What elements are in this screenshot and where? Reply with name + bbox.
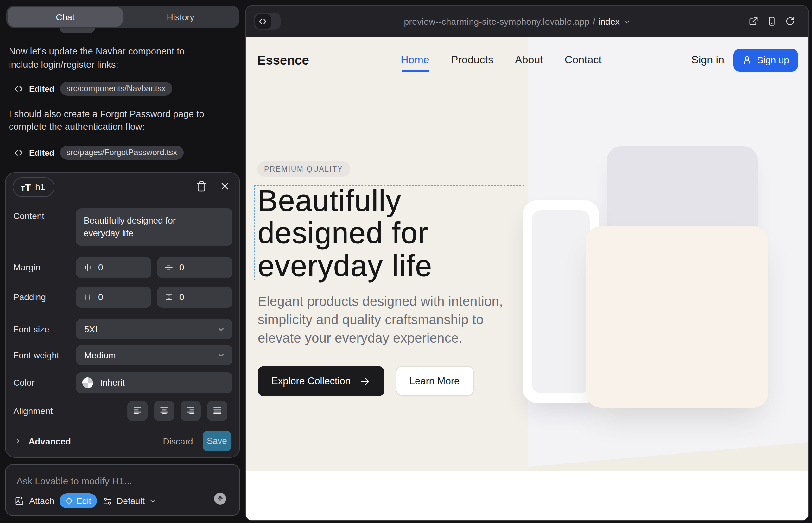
preview-toolbar: preview--charming-site-symphony.lovable.…	[246, 6, 808, 37]
content-label: Content	[13, 211, 44, 221]
file-pill[interactable]: src/components/Navbar.tsx	[60, 82, 172, 96]
font-size-label: Font size	[13, 324, 49, 334]
margin-x-input[interactable]: 0	[76, 257, 152, 278]
heading-line: everyday life	[258, 249, 432, 282]
panel-tabs: Chat History	[6, 6, 240, 28]
preview-pane: preview--charming-site-symphony.lovable.…	[245, 5, 809, 521]
padding-label: Padding	[13, 292, 46, 302]
font-weight-select[interactable]: Medium	[76, 345, 232, 365]
color-input[interactable]: Inherit	[76, 372, 232, 393]
nav-links: Home Products About Contact	[401, 54, 602, 67]
padding-y-icon	[165, 293, 173, 301]
preview-actions	[749, 6, 795, 37]
site-navbar: Essence Home Products About Contact Sign…	[246, 37, 808, 75]
code-icon	[14, 84, 23, 93]
close-editor-button[interactable]	[219, 180, 231, 192]
margin-y-icon	[165, 263, 173, 271]
advanced-toggle[interactable]: Advanced	[14, 436, 71, 446]
padding-x-value: 0	[98, 292, 103, 302]
learn-more-button[interactable]: Learn More	[395, 366, 474, 396]
advanced-label: Advanced	[29, 436, 71, 446]
font-size-value: 5XL	[84, 324, 100, 334]
url-separator: /	[593, 16, 595, 26]
chat-composer: Ask Lovable to modify H1... Attach Edit …	[5, 464, 240, 516]
save-button[interactable]: Save	[203, 430, 231, 451]
delete-element-button[interactable]	[196, 180, 207, 192]
sliders-icon	[103, 496, 112, 506]
composer-toolbar: Attach Edit Default	[15, 493, 233, 509]
type-icon-large-t: T	[25, 181, 31, 192]
paragraph-line: simplicity and quality craftsmanship to	[258, 312, 483, 327]
selected-element-chip[interactable]: TT h1	[13, 177, 54, 197]
paragraph-line: Elegant products designed with intention…	[258, 294, 503, 308]
discard-button[interactable]: Discard	[163, 436, 193, 446]
hero-heading[interactable]: Beautifullydesigned foreveryday life	[258, 184, 432, 282]
nav-link-contact[interactable]: Contact	[565, 54, 602, 67]
font-weight-label: Font weight	[13, 350, 59, 360]
chevron-down-icon	[623, 18, 631, 26]
edit-mode-pill[interactable]: Edit	[59, 493, 97, 508]
color-label: Color	[13, 377, 35, 387]
preview-url[interactable]: preview--charming-site-symphony.lovable.…	[245, 6, 799, 37]
align-right-button[interactable]	[180, 400, 201, 421]
nav-link-home[interactable]: Home	[401, 54, 429, 67]
align-justify-button[interactable]	[207, 400, 227, 421]
open-external-icon[interactable]	[749, 16, 758, 26]
padding-x-icon	[84, 293, 92, 301]
mode-label: Default	[117, 496, 145, 506]
hero-ctas: Explore Collection Learn More	[258, 366, 474, 396]
url-page: index	[599, 16, 620, 26]
font-weight-value: Medium	[84, 350, 116, 360]
padding-y-input[interactable]: 0	[157, 287, 232, 307]
code-icon	[14, 148, 23, 158]
edited-file-row[interactable]: Edited src/components/Navbar.tsx	[14, 79, 231, 98]
signup-label: Sign up	[757, 54, 789, 65]
font-size-select[interactable]: 5XL	[76, 319, 232, 339]
site-preview: Essence Home Products About Contact Sign…	[246, 37, 808, 521]
message-line: complete the authentication flow:	[9, 122, 145, 132]
color-value: Inherit	[100, 377, 125, 387]
assistant-message: Now let's update the Navbar component to…	[9, 45, 231, 71]
align-center-button[interactable]	[154, 400, 174, 421]
send-button[interactable]	[214, 493, 226, 505]
edited-label: Edited	[29, 148, 54, 158]
content-textarea[interactable]: Beautifully designed for everyday life	[76, 208, 232, 246]
arrow-right-icon	[360, 376, 371, 387]
margin-x-value: 0	[98, 262, 103, 272]
explore-collection-button[interactable]: Explore Collection	[258, 366, 385, 396]
margin-y-input[interactable]: 0	[157, 257, 232, 278]
mode-select[interactable]: Default	[103, 496, 157, 506]
signin-link[interactable]: Sign in	[691, 54, 724, 67]
paragraph-line: elevate your everyday experience.	[258, 330, 462, 345]
message-line: include login/register links:	[9, 59, 119, 69]
attach-button[interactable]: Attach	[15, 496, 54, 506]
chat-panel: Chat History Now let's update the Navbar…	[0, 0, 245, 523]
tab-chat[interactable]: Chat	[7, 7, 123, 26]
site-logo[interactable]: Essence	[257, 53, 309, 68]
composer-input[interactable]: Ask Lovable to modify H1...	[16, 475, 132, 486]
locate-icon	[64, 497, 73, 505]
signup-button[interactable]: Sign up	[734, 49, 798, 71]
nav-link-products[interactable]: Products	[451, 54, 493, 67]
chevron-right-icon	[14, 437, 22, 445]
tab-history[interactable]: History	[123, 7, 238, 26]
image-plus-icon	[15, 496, 24, 506]
nav-link-about[interactable]: About	[515, 54, 543, 67]
lovable-app: Chat History Now let's update the Navbar…	[0, 0, 812, 523]
cta-primary-label: Explore Collection	[271, 376, 351, 387]
chat-messages: Now let's update the Navbar component to…	[9, 45, 231, 162]
edited-file-row[interactable]: Edited src/pages/ForgotPassword.tsx	[14, 143, 231, 162]
padding-x-input[interactable]: 0	[76, 287, 152, 307]
align-left-button[interactable]	[127, 400, 147, 421]
margin-y-value: 0	[179, 262, 184, 272]
mobile-view-icon[interactable]	[767, 16, 777, 26]
heading-line: Beautifully	[258, 183, 402, 217]
section-below-hero	[246, 471, 808, 521]
edit-label: Edit	[76, 496, 91, 506]
chevron-down-icon	[217, 325, 226, 333]
file-pill[interactable]: src/pages/ForgotPassword.tsx	[60, 146, 183, 160]
chevron-down-icon	[217, 350, 226, 359]
user-icon	[742, 55, 752, 65]
message-line: Now let's update the Navbar component to	[9, 46, 184, 56]
refresh-icon[interactable]	[785, 16, 795, 26]
